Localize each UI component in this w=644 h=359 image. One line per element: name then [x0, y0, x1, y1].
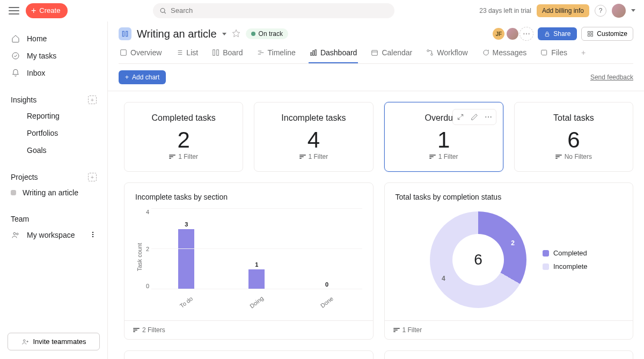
- bar-chart-card[interactable]: Incomplete tasks by section Task count 4…: [124, 182, 374, 340]
- star-icon[interactable]: [232, 29, 240, 39]
- sidebar-item-workspace[interactable]: My workspace ⠇: [0, 226, 107, 244]
- chart-footer[interactable]: 2 Filters: [125, 320, 373, 339]
- add-insight-button[interactable]: +: [88, 96, 97, 104]
- workflow-icon: [426, 49, 434, 56]
- tab-dashboard[interactable]: Dashboard: [309, 48, 358, 63]
- svg-rect-23: [311, 53, 312, 55]
- create-button[interactable]: +Create: [26, 3, 68, 18]
- svg-point-4: [17, 233, 18, 235]
- stat-card-overdue[interactable]: ⋯ Overdue t 1 1 Filter: [384, 102, 503, 172]
- tab-board[interactable]: Board: [211, 48, 244, 63]
- status-pill[interactable]: On track: [246, 28, 288, 39]
- legend-item: Incomplete: [543, 262, 588, 270]
- stat-card-total[interactable]: Total tasks 6 No Filters: [514, 102, 633, 172]
- svg-rect-12: [588, 34, 590, 36]
- overview-icon: [120, 49, 127, 56]
- chart-title: Total tasks by completion status: [396, 193, 623, 201]
- donut-chart-card[interactable]: Total tasks by completion status 6 2 4 C…: [384, 182, 634, 340]
- team-details-button[interactable]: ⠇: [91, 231, 97, 239]
- customize-button[interactable]: Customize: [581, 27, 633, 41]
- svg-rect-10: [588, 32, 590, 34]
- project-icon[interactable]: [119, 27, 131, 40]
- chart-title: Incomplete tasks by section: [135, 193, 362, 201]
- chart-footer[interactable]: 1 Filter: [385, 320, 633, 339]
- sidebar-label: Inbox: [27, 69, 45, 77]
- home-icon: [11, 34, 20, 43]
- filter-icon: [393, 328, 400, 332]
- more-icon[interactable]: ⋯: [482, 111, 494, 123]
- svg-rect-13: [591, 34, 593, 36]
- legend-item: Completed: [543, 249, 588, 257]
- list-icon: [175, 49, 183, 56]
- sidebar-item-inbox[interactable]: Inbox: [0, 64, 107, 82]
- expand-icon[interactable]: [455, 111, 466, 123]
- check-circle-icon: [11, 51, 20, 61]
- member-avatar[interactable]: [506, 27, 519, 41]
- svg-rect-25: [315, 50, 316, 56]
- svg-rect-26: [372, 50, 378, 55]
- sidebar-item-portfolios[interactable]: Portfolios: [0, 124, 107, 142]
- edit-icon[interactable]: [469, 111, 480, 123]
- svg-line-1: [164, 12, 165, 13]
- svg-point-3: [13, 232, 16, 235]
- help-button[interactable]: ?: [595, 5, 606, 17]
- trial-text: 23 days left in trial: [479, 7, 531, 14]
- sidebar-section-team[interactable]: Team: [0, 211, 107, 226]
- stat-filter: 1 Filter: [390, 153, 497, 160]
- billing-button[interactable]: Add billing info: [537, 4, 589, 17]
- reporting-icon: [11, 111, 20, 121]
- messages-icon: [482, 49, 489, 56]
- send-feedback-link[interactable]: Send feedback: [590, 74, 633, 81]
- share-button[interactable]: Share: [538, 27, 577, 40]
- y-axis-label: Task count: [136, 243, 143, 272]
- chart-legend: Completed Incomplete: [543, 249, 588, 270]
- project-menu-chevron-icon[interactable]: [222, 33, 226, 35]
- bell-icon: [11, 68, 20, 78]
- donut-segment-label: 2: [511, 239, 515, 247]
- add-project-button[interactable]: +: [88, 173, 97, 181]
- legend-swatch-icon: [543, 263, 549, 270]
- tab-list[interactable]: List: [174, 48, 199, 63]
- stat-title: Total tasks: [520, 113, 627, 123]
- sidebar-item-home[interactable]: Home: [0, 30, 107, 47]
- invite-teammates-button[interactable]: Invite teammates: [8, 333, 100, 350]
- project-title[interactable]: Writing an article: [137, 28, 217, 40]
- sidebar-item-mytasks[interactable]: My tasks: [0, 47, 107, 64]
- tab-files[interactable]: Files: [539, 48, 568, 63]
- sidebar-item-goals[interactable]: Goals: [0, 142, 107, 159]
- member-avatar[interactable]: JF: [492, 27, 506, 41]
- goals-icon: [11, 145, 20, 155]
- sidebar-toggle[interactable]: [9, 7, 19, 14]
- add-member-button[interactable]: ⋯: [519, 27, 533, 41]
- files-icon: [540, 49, 548, 56]
- sidebar-label: Home: [27, 34, 47, 43]
- search-input[interactable]: [153, 3, 394, 18]
- sidebar-item-reporting[interactable]: Reporting: [0, 107, 107, 124]
- avatar[interactable]: [612, 4, 626, 18]
- tab-workflow[interactable]: Workflow: [425, 48, 469, 63]
- plus-icon: +: [31, 6, 36, 15]
- sidebar-section-insights[interactable]: Insights +: [0, 92, 107, 107]
- bar-chart: Task count 420 310 To doDoingDone: [135, 209, 362, 305]
- stat-card-completed[interactable]: Completed tasks 2 1 Filter: [124, 102, 243, 172]
- tab-overview[interactable]: Overview: [119, 48, 163, 63]
- search-field[interactable]: [171, 6, 388, 14]
- stat-filter: No Filters: [520, 153, 627, 160]
- filter-icon: [429, 155, 436, 159]
- sidebar-section-projects[interactable]: Projects +: [0, 170, 107, 185]
- tab-messages[interactable]: Messages: [481, 48, 528, 63]
- filter-icon: [555, 155, 562, 159]
- stat-card-incomplete[interactable]: Incomplete tasks 4 1 Filter: [254, 102, 373, 172]
- stat-value: 6: [520, 127, 627, 153]
- add-chart-button[interactable]: +Add chart: [119, 70, 166, 84]
- status-dot-icon: [251, 32, 255, 36]
- tab-timeline[interactable]: Timeline: [256, 48, 297, 63]
- chevron-down-icon[interactable]: [631, 9, 635, 12]
- invite-icon: [21, 338, 29, 346]
- tab-add-button[interactable]: +: [580, 48, 587, 63]
- plus-icon: +: [125, 74, 129, 81]
- completion-chart-card[interactable]: Task completion over time: [384, 350, 634, 359]
- upcoming-chart-card[interactable]: Upcoming tasks by assignee: [124, 350, 374, 359]
- tab-calendar[interactable]: Calendar: [370, 48, 413, 63]
- sidebar-item-project[interactable]: Writing an article: [0, 185, 107, 201]
